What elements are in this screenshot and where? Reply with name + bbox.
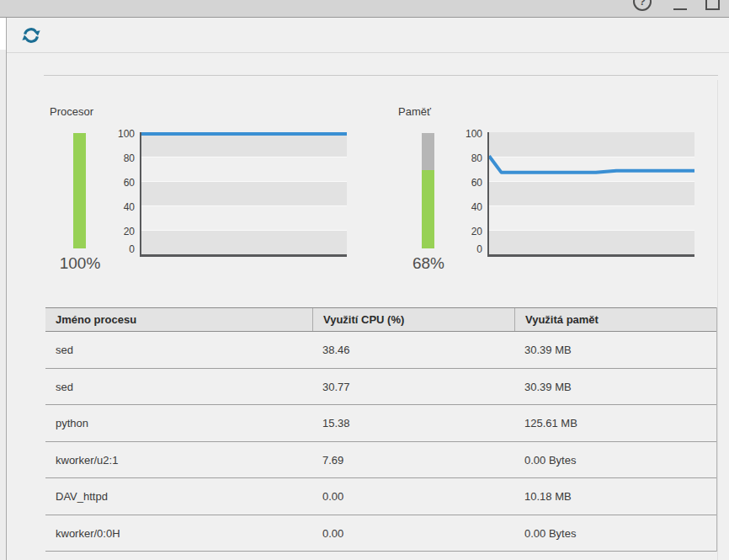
column-header-cpu-usage[interactable]: Využití CPU (%) xyxy=(312,308,514,331)
y-axis-tick-label: 80 xyxy=(106,152,135,165)
system-monitor-window: ? Procesor xyxy=(0,0,729,560)
y-axis-tick-label: 40 xyxy=(454,200,482,214)
y-axis-tick-label: 0 xyxy=(106,243,135,256)
memory-chart-y-axis: 020406080100 xyxy=(454,132,482,259)
toolbar xyxy=(7,18,729,53)
content-right-edge xyxy=(717,80,718,560)
table-row[interactable]: sed38.4630.39 MB xyxy=(45,332,716,369)
memory-usage-cell: 125.61 MB xyxy=(514,405,717,441)
memory-usage-cell: 30.39 MB xyxy=(514,369,717,405)
column-header-process-name[interactable]: Jméno procesu xyxy=(45,308,312,331)
memory-usage-cell: 30.39 MB xyxy=(514,332,717,368)
window-titlebar: ? xyxy=(0,0,729,18)
memory-gauge xyxy=(422,133,434,248)
cpu-usage-cell: 7.69 xyxy=(312,442,514,478)
cpu-usage-cell: 38.46 xyxy=(312,332,514,368)
y-axis-tick-label: 20 xyxy=(454,225,482,238)
process-name-cell: kworker/u2:1 xyxy=(45,442,312,478)
y-axis-tick-label: 80 xyxy=(454,152,482,165)
memory-gauge-fill xyxy=(422,170,434,248)
cpu-gauge-fill xyxy=(73,133,86,248)
table-row[interactable]: kworker/0:0H0.000.00 Bytes xyxy=(45,515,716,552)
table-row[interactable]: kworker/u2:17.690.00 Bytes xyxy=(45,442,716,479)
process-name-cell: sed xyxy=(45,369,312,405)
memory-usage-cell: 0.00 Bytes xyxy=(514,515,717,552)
y-axis-tick-label: 0 xyxy=(454,243,482,256)
memory-percent-label: 68% xyxy=(404,254,453,273)
process-name-cell: sed xyxy=(45,332,312,368)
maximize-icon[interactable] xyxy=(705,0,720,10)
process-table-body: sed38.4630.39 MBsed30.7730.39 MBpython15… xyxy=(45,332,716,552)
y-axis-tick-label: 60 xyxy=(454,176,482,189)
help-icon[interactable]: ? xyxy=(633,0,652,11)
memory-usage-cell: 0.00 Bytes xyxy=(514,442,717,478)
cpu-usage-cell: 15.38 xyxy=(312,405,514,441)
y-axis-tick-label: 20 xyxy=(106,225,135,238)
cpu-chart-y-axis: 020406080100 xyxy=(106,132,135,259)
cpu-usage-cell: 0.00 xyxy=(312,478,514,515)
process-name-cell: DAV_httpd xyxy=(45,478,312,515)
y-axis-tick-label: 100 xyxy=(106,127,135,141)
process-name-cell: python xyxy=(45,405,312,441)
cpu-usage-cell: 30.77 xyxy=(312,369,514,405)
memory-usage-chart xyxy=(487,132,694,257)
cpu-usage-chart xyxy=(140,132,347,257)
table-row[interactable]: DAV_httpd0.0010.18 MB xyxy=(45,478,716,515)
cpu-percent-label: 100% xyxy=(56,254,104,273)
memory-usage-cell: 10.18 MB xyxy=(514,478,717,515)
table-row[interactable]: sed30.7730.39 MB xyxy=(45,369,716,406)
column-header-memory-usage[interactable]: Využitá pamět xyxy=(514,308,717,331)
y-axis-tick-label: 60 xyxy=(106,176,135,189)
refresh-button[interactable] xyxy=(20,25,42,47)
left-panel-edge xyxy=(0,18,7,560)
refresh-icon xyxy=(21,35,41,48)
y-axis-tick-label: 100 xyxy=(454,127,482,141)
process-table-header: Jméno procesu Využití CPU (%) Využitá pa… xyxy=(45,307,716,332)
left-panel-highlight xyxy=(0,18,6,50)
y-axis-tick-label: 40 xyxy=(106,200,135,214)
memory-section-title: Paměť xyxy=(398,105,431,118)
table-row[interactable]: python15.38125.61 MB xyxy=(45,405,716,442)
process-name-cell: kworker/0:0H xyxy=(45,515,312,552)
cpu-usage-cell: 0.00 xyxy=(312,515,514,552)
minimize-icon[interactable] xyxy=(673,8,687,10)
cpu-section-title: Procesor xyxy=(50,105,93,118)
process-table: Jméno procesu Využití CPU (%) Využitá pa… xyxy=(45,307,717,552)
content-divider xyxy=(44,75,718,76)
cpu-gauge xyxy=(73,133,86,248)
